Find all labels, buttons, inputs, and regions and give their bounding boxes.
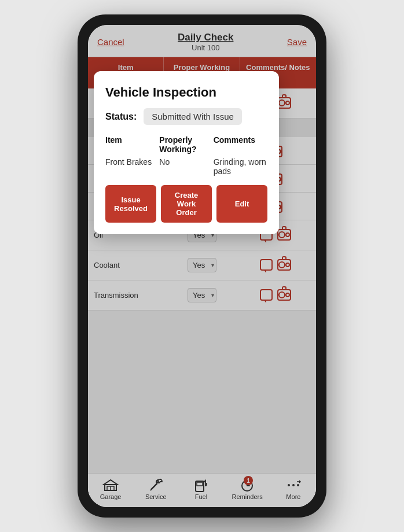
edit-button[interactable]: Edit (216, 185, 267, 223)
phone-frame: Cancel Daily Check Unit 100 Save Item Pr… (78, 14, 326, 518)
phone-screen: Cancel Daily Check Unit 100 Save Item Pr… (88, 25, 316, 507)
create-work-order-button[interactable]: Create Work Order (161, 185, 212, 223)
modal-title: Vehicle Inspection (105, 85, 267, 100)
modal-actions: Issue Resolved Create Work Order Edit (105, 185, 267, 223)
modal-col-header-working: Properly Working? (159, 135, 213, 157)
modal-col-value-working: No (159, 157, 213, 176)
issue-resolved-button[interactable]: Issue Resolved (105, 185, 156, 223)
vehicle-inspection-modal: Vehicle Inspection Status: Submitted Wit… (94, 71, 279, 234)
modal-col-value-item: Front Brakes (105, 157, 159, 176)
modal-col-value-comments: Grinding, worn pads (214, 157, 267, 176)
modal-columns: Item Properly Working? Comments Front Br… (105, 135, 267, 176)
modal-status-row: Status: Submitted With Issue (105, 108, 267, 125)
modal-status-label: Status: (105, 112, 137, 122)
modal-overlay: Vehicle Inspection Status: Submitted Wit… (88, 25, 316, 507)
modal-col-header-item: Item (105, 135, 159, 157)
modal-col-header-comments: Comments (214, 135, 267, 157)
status-badge: Submitted With Issue (144, 108, 242, 125)
